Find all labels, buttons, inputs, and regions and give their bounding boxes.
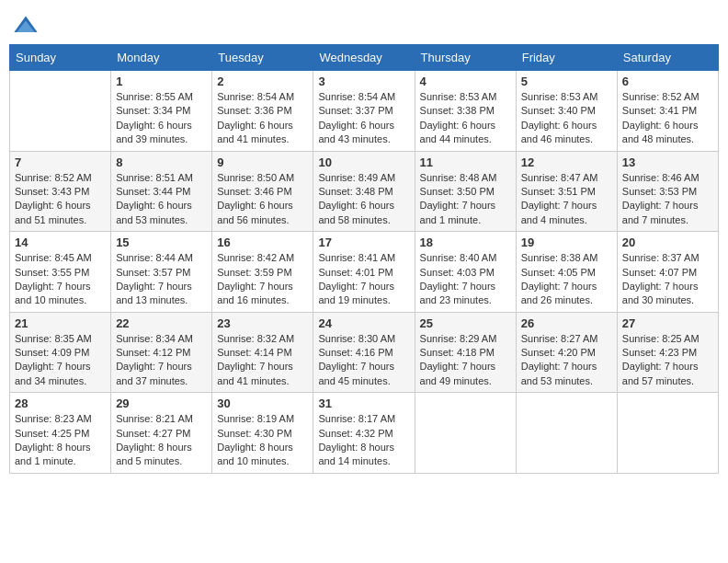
day-number: 9 — [217, 155, 308, 169]
day-number: 22 — [116, 316, 207, 330]
day-number: 31 — [318, 396, 409, 410]
daylight-text: Daylight: 7 hours and 7 minutes. — [622, 200, 699, 224]
calendar-cell: 27 Sunrise: 8:25 AM Sunset: 4:23 PM Dayl… — [617, 312, 718, 393]
day-info: Sunrise: 8:47 AM Sunset: 3:51 PM Dayligh… — [521, 171, 612, 228]
day-number: 15 — [116, 236, 207, 249]
daylight-text: Daylight: 8 hours and 10 minutes. — [217, 442, 293, 466]
day-info: Sunrise: 8:44 AM Sunset: 3:57 PM Dayligh… — [116, 251, 207, 308]
sunrise-text: Sunrise: 8:53 AM — [521, 91, 598, 102]
column-header-saturday: Saturday — [617, 45, 718, 71]
calendar-cell: 18 Sunrise: 8:40 AM Sunset: 4:03 PM Dayl… — [415, 232, 516, 313]
calendar-cell — [415, 393, 516, 474]
sunrise-text: Sunrise: 8:54 AM — [217, 91, 294, 102]
calendar-cell: 26 Sunrise: 8:27 AM Sunset: 4:20 PM Dayl… — [516, 312, 617, 393]
calendar-cell: 21 Sunrise: 8:35 AM Sunset: 4:09 PM Dayl… — [10, 312, 111, 393]
daylight-text: Daylight: 7 hours and 4 minutes. — [521, 200, 597, 224]
daylight-text: Daylight: 7 hours and 45 minutes. — [318, 361, 394, 385]
daylight-text: Daylight: 6 hours and 51 minutes. — [15, 200, 91, 224]
day-number: 25 — [420, 316, 511, 330]
daylight-text: Daylight: 7 hours and 19 minutes. — [318, 281, 394, 305]
sunset-text: Sunset: 4:18 PM — [420, 347, 495, 358]
sunset-text: Sunset: 3:40 PM — [521, 105, 596, 116]
day-info: Sunrise: 8:52 AM Sunset: 3:41 PM Dayligh… — [622, 90, 713, 147]
sunset-text: Sunset: 3:53 PM — [622, 186, 697, 197]
calendar-cell: 12 Sunrise: 8:47 AM Sunset: 3:51 PM Dayl… — [516, 151, 617, 232]
daylight-text: Daylight: 7 hours and 30 minutes. — [622, 281, 699, 305]
daylight-text: Daylight: 7 hours and 49 minutes. — [420, 361, 496, 385]
column-header-monday: Monday — [111, 45, 212, 71]
calendar-cell: 15 Sunrise: 8:44 AM Sunset: 3:57 PM Dayl… — [111, 232, 212, 313]
day-number: 19 — [521, 236, 612, 249]
sunrise-text: Sunrise: 8:23 AM — [15, 413, 92, 424]
sunset-text: Sunset: 4:09 PM — [15, 347, 89, 358]
calendar-week-row: 14 Sunrise: 8:45 AM Sunset: 3:55 PM Dayl… — [10, 232, 719, 313]
day-number: 1 — [116, 75, 207, 88]
daylight-text: Daylight: 7 hours and 37 minutes. — [116, 361, 192, 385]
day-number: 24 — [318, 316, 409, 330]
day-number: 8 — [116, 155, 207, 169]
day-info: Sunrise: 8:25 AM Sunset: 4:23 PM Dayligh… — [622, 332, 713, 389]
sunset-text: Sunset: 4:20 PM — [521, 347, 596, 358]
column-header-thursday: Thursday — [415, 45, 516, 71]
calendar-cell: 1 Sunrise: 8:55 AM Sunset: 3:34 PM Dayli… — [111, 71, 212, 152]
daylight-text: Daylight: 6 hours and 46 minutes. — [521, 120, 597, 144]
day-info: Sunrise: 8:54 AM Sunset: 3:36 PM Dayligh… — [217, 90, 308, 147]
day-number: 26 — [521, 316, 612, 330]
day-number: 23 — [217, 316, 308, 330]
day-info: Sunrise: 8:29 AM Sunset: 4:18 PM Dayligh… — [420, 332, 511, 389]
day-number: 13 — [622, 155, 713, 169]
daylight-text: Daylight: 8 hours and 5 minutes. — [116, 442, 192, 466]
sunset-text: Sunset: 3:51 PM — [521, 186, 596, 197]
sunrise-text: Sunrise: 8:52 AM — [15, 172, 92, 183]
day-info: Sunrise: 8:41 AM Sunset: 4:01 PM Dayligh… — [318, 251, 409, 308]
day-number: 29 — [116, 396, 207, 410]
day-info: Sunrise: 8:46 AM Sunset: 3:53 PM Dayligh… — [622, 171, 713, 228]
calendar-cell: 16 Sunrise: 8:42 AM Sunset: 3:59 PM Dayl… — [212, 232, 313, 313]
column-header-wednesday: Wednesday — [313, 45, 415, 71]
sunrise-text: Sunrise: 8:19 AM — [217, 413, 294, 424]
sunset-text: Sunset: 3:34 PM — [116, 105, 190, 116]
calendar-week-row: 21 Sunrise: 8:35 AM Sunset: 4:09 PM Dayl… — [10, 312, 719, 393]
day-number: 5 — [521, 75, 612, 88]
column-header-tuesday: Tuesday — [212, 45, 313, 71]
sunset-text: Sunset: 3:59 PM — [217, 267, 291, 278]
sunrise-text: Sunrise: 8:27 AM — [521, 333, 598, 344]
calendar-cell — [10, 71, 111, 152]
day-info: Sunrise: 8:23 AM Sunset: 4:25 PM Dayligh… — [15, 412, 106, 469]
calendar-cell: 25 Sunrise: 8:29 AM Sunset: 4:18 PM Dayl… — [415, 312, 516, 393]
day-number: 18 — [420, 236, 511, 249]
calendar-cell: 20 Sunrise: 8:37 AM Sunset: 4:07 PM Dayl… — [617, 232, 718, 313]
calendar-week-row: 1 Sunrise: 8:55 AM Sunset: 3:34 PM Dayli… — [10, 71, 719, 152]
day-info: Sunrise: 8:34 AM Sunset: 4:12 PM Dayligh… — [116, 332, 207, 389]
sunrise-text: Sunrise: 8:25 AM — [622, 333, 700, 344]
sunrise-text: Sunrise: 8:34 AM — [116, 333, 193, 344]
day-info: Sunrise: 8:51 AM Sunset: 3:44 PM Dayligh… — [116, 171, 207, 228]
day-info: Sunrise: 8:40 AM Sunset: 4:03 PM Dayligh… — [420, 251, 511, 308]
daylight-text: Daylight: 8 hours and 14 minutes. — [318, 442, 394, 466]
daylight-text: Daylight: 7 hours and 10 minutes. — [15, 281, 91, 305]
calendar-cell: 11 Sunrise: 8:48 AM Sunset: 3:50 PM Dayl… — [415, 151, 516, 232]
sunset-text: Sunset: 4:01 PM — [318, 267, 392, 278]
sunset-text: Sunset: 3:36 PM — [217, 105, 291, 116]
sunset-text: Sunset: 3:50 PM — [420, 186, 495, 197]
daylight-text: Daylight: 6 hours and 48 minutes. — [622, 120, 699, 144]
calendar-cell: 4 Sunrise: 8:53 AM Sunset: 3:38 PM Dayli… — [415, 71, 516, 152]
calendar-cell: 8 Sunrise: 8:51 AM Sunset: 3:44 PM Dayli… — [111, 151, 212, 232]
calendar-cell: 31 Sunrise: 8:17 AM Sunset: 4:32 PM Dayl… — [313, 393, 415, 474]
sunrise-text: Sunrise: 8:29 AM — [420, 333, 497, 344]
sunset-text: Sunset: 4:27 PM — [116, 428, 190, 439]
day-info: Sunrise: 8:42 AM Sunset: 3:59 PM Dayligh… — [217, 251, 308, 308]
calendar-cell: 30 Sunrise: 8:19 AM Sunset: 4:30 PM Dayl… — [212, 393, 313, 474]
day-info: Sunrise: 8:27 AM Sunset: 4:20 PM Dayligh… — [521, 332, 612, 389]
daylight-text: Daylight: 8 hours and 1 minute. — [15, 442, 91, 466]
day-info: Sunrise: 8:38 AM Sunset: 4:05 PM Dayligh… — [521, 251, 612, 308]
sunrise-text: Sunrise: 8:48 AM — [420, 172, 497, 183]
day-info: Sunrise: 8:30 AM Sunset: 4:16 PM Dayligh… — [318, 332, 409, 389]
sunset-text: Sunset: 4:12 PM — [116, 347, 190, 358]
day-number: 28 — [15, 396, 106, 410]
sunrise-text: Sunrise: 8:41 AM — [318, 252, 395, 263]
day-info: Sunrise: 8:37 AM Sunset: 4:07 PM Dayligh… — [622, 251, 713, 308]
sunrise-text: Sunrise: 8:55 AM — [116, 91, 193, 102]
day-number: 10 — [318, 155, 409, 169]
daylight-text: Daylight: 6 hours and 43 minutes. — [318, 120, 394, 144]
